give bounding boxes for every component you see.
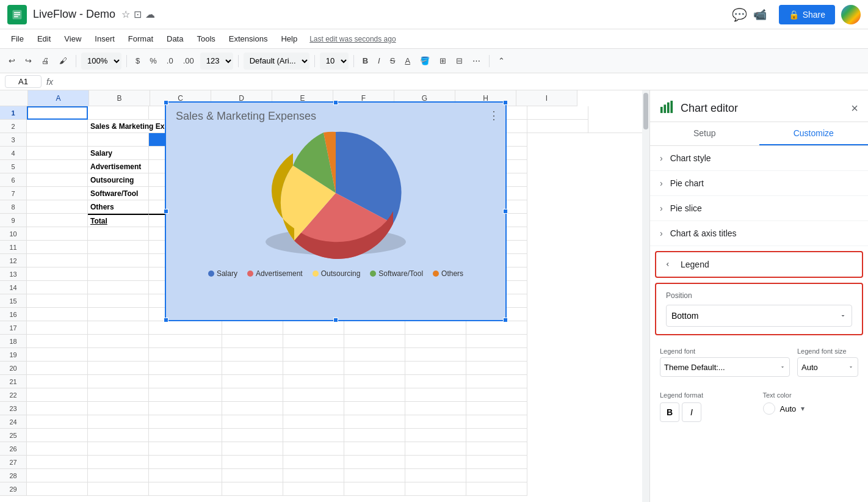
row-num-20[interactable]: 20 (0, 362, 27, 375)
section-pie-slice[interactable]: › Pie slice (650, 196, 868, 221)
cell-a5[interactable] (27, 160, 88, 173)
row-num-4[interactable]: 4 (0, 147, 27, 160)
dec-less-button[interactable]: .0 (163, 54, 177, 68)
font-select[interactable]: Default (Ari... (244, 53, 309, 70)
menu-insert[interactable]: Insert (89, 32, 121, 46)
redo-button[interactable]: ↪ (21, 54, 35, 68)
row-num-27[interactable]: 27 (0, 456, 27, 469)
bold-button[interactable]: B (359, 54, 372, 68)
row-num-12[interactable]: 12 (0, 254, 27, 267)
row-num-29[interactable]: 29 (0, 482, 27, 496)
menu-extensions[interactable]: Extensions (223, 32, 274, 46)
row-num-28[interactable]: 28 (0, 469, 27, 482)
col-header-b[interactable]: B (89, 90, 150, 106)
row-num-16[interactable]: 16 (0, 308, 27, 321)
menu-tools[interactable]: Tools (190, 32, 221, 46)
legend-font-size-select[interactable]: Auto 8 9 10 12 14 (797, 357, 858, 377)
cell-b6[interactable]: Outsourcing (88, 173, 149, 187)
resize-handle-mr[interactable] (503, 209, 508, 214)
row-num-21[interactable]: 21 (0, 375, 27, 388)
menu-file[interactable]: File (5, 32, 30, 46)
tab-customize[interactable]: Customize (759, 122, 869, 145)
cell-a9[interactable] (27, 214, 88, 227)
scrollbar-thumb[interactable] (643, 93, 648, 129)
legend-font-select[interactable]: Theme Default:... (660, 357, 790, 377)
menu-view[interactable]: View (58, 32, 87, 46)
underline-button[interactable]: A (401, 54, 414, 68)
row-num-22[interactable]: 22 (0, 388, 27, 402)
fill-color-button[interactable]: 🪣 (416, 54, 433, 68)
cell-a4[interactable] (27, 147, 88, 160)
row-num-6[interactable]: 6 (0, 173, 27, 187)
cell-b8[interactable]: Others (88, 200, 149, 214)
cell-b3[interactable] (88, 133, 149, 147)
cell-b9[interactable]: Total (88, 214, 149, 227)
resize-handle-br[interactable] (503, 318, 508, 322)
zoom-select[interactable]: 100% (81, 53, 121, 70)
border-button[interactable]: ⊞ (436, 54, 450, 68)
meet-button[interactable]: 📹 (753, 5, 773, 24)
currency-button[interactable]: $ (132, 54, 143, 68)
cell-b10[interactable] (88, 227, 149, 241)
row-num-17[interactable]: 17 (0, 321, 27, 335)
row-num-19[interactable]: 19 (0, 348, 27, 362)
cell-i1[interactable] (527, 106, 588, 120)
row-num-26[interactable]: 26 (0, 442, 27, 456)
row-num-25[interactable]: 25 (0, 429, 27, 442)
section-chart-axis-titles[interactable]: › Chart & axis titles (650, 221, 868, 246)
cell-a1[interactable] (27, 106, 88, 120)
chart-menu-icon[interactable]: ⋮ (488, 109, 499, 122)
cell-h2[interactable] (588, 120, 649, 133)
row-num-13[interactable]: 13 (0, 267, 27, 281)
cloud-icon[interactable]: ☁ (145, 9, 155, 20)
section-chart-style[interactable]: › Chart style (650, 146, 868, 171)
merge-button[interactable]: ⊟ (452, 54, 466, 68)
color-circle[interactable] (763, 402, 775, 415)
folder-icon[interactable]: ⊡ (134, 9, 142, 20)
italic-format-button[interactable]: I (682, 402, 701, 422)
share-button[interactable]: 🔒 Share (779, 5, 835, 24)
col-header-a[interactable]: A (28, 90, 89, 106)
cell-a10[interactable] (27, 227, 88, 241)
row-num-15[interactable]: 15 (0, 294, 27, 308)
cell-a8[interactable] (27, 200, 88, 214)
row-num-7[interactable]: 7 (0, 187, 27, 200)
more-button[interactable]: ⋯ (469, 54, 484, 68)
color-arrow-icon[interactable]: ▾ (801, 404, 805, 413)
font-size-select[interactable]: 10 (320, 53, 349, 70)
dec-more-button[interactable]: .00 (179, 54, 198, 68)
menu-format[interactable]: Format (122, 32, 159, 46)
row-num-23[interactable]: 23 (0, 402, 27, 415)
row-num-2[interactable]: 2 (0, 120, 27, 133)
row-num-10[interactable]: 10 (0, 227, 27, 241)
row-num-9[interactable]: 9 (0, 214, 27, 227)
row-num-8[interactable]: 8 (0, 200, 27, 214)
row-num-24[interactable]: 24 (0, 415, 27, 429)
col-header-i[interactable]: I (516, 90, 577, 106)
resize-handle-bm[interactable] (333, 318, 338, 322)
menu-edit[interactable]: Edit (31, 32, 57, 46)
row-num-1[interactable]: 1 (0, 106, 27, 120)
percent-button[interactable]: % (146, 54, 161, 68)
row-num-3[interactable]: 3 (0, 133, 27, 147)
strikethrough-button[interactable]: S (386, 54, 399, 68)
cell-b4[interactable]: Salary (88, 147, 149, 160)
resize-handle-tm[interactable] (333, 100, 338, 105)
bold-format-button[interactable]: B (660, 402, 679, 422)
format-select[interactable]: 123 (200, 53, 233, 70)
paint-format-button[interactable]: 🖌 (56, 54, 71, 68)
collapse-button[interactable]: ⌃ (494, 54, 508, 68)
vertical-scrollbar[interactable] (642, 90, 649, 502)
cell-b7[interactable]: Software/Tool (88, 187, 149, 200)
chart-container[interactable]: Sales & Marketing Expenses ⋮ (165, 101, 507, 321)
cell-a7[interactable] (27, 187, 88, 200)
print-button[interactable]: 🖨 (38, 54, 53, 68)
editor-close-button[interactable]: × (851, 101, 858, 115)
legend-header[interactable]: ⌄ Legend (656, 252, 862, 277)
cell-a2[interactable] (27, 120, 88, 133)
cell-reference-input[interactable] (5, 75, 42, 88)
user-avatar[interactable] (841, 5, 861, 24)
star-icon[interactable]: ☆ (121, 9, 130, 20)
section-pie-chart[interactable]: › Pie chart (650, 171, 868, 196)
comment-icon[interactable]: 💬 (732, 7, 747, 22)
